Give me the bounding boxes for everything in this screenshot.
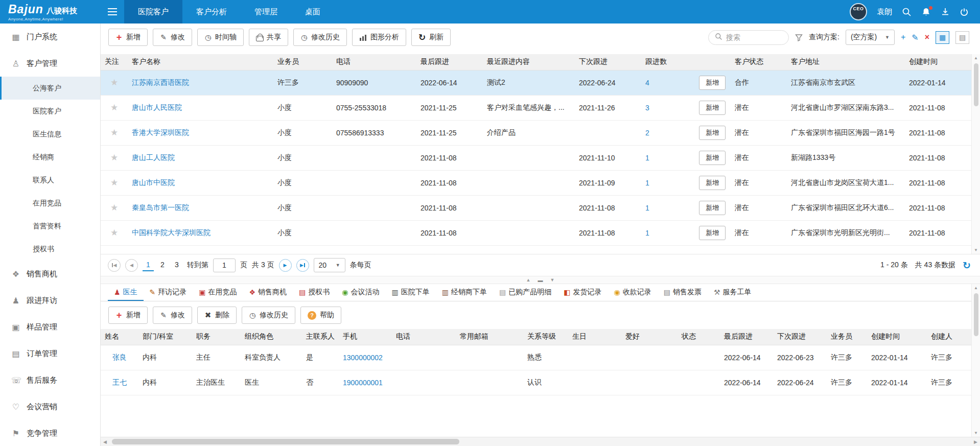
follow-count-link[interactable]: 1	[645, 179, 649, 187]
sidebar-item[interactable]: ❖ 销售商机	[0, 261, 100, 287]
detail-tab[interactable]: ◉ 会议活动	[336, 284, 385, 301]
customer-name-link[interactable]: 香港大学深圳医院	[132, 128, 189, 136]
table-row[interactable]: 张良 内科 主任 科室负责人 是 1300000002 熟悉 2022-06-1…	[101, 345, 971, 370]
column-header[interactable]: 关系等级	[523, 329, 568, 345]
column-header[interactable]: 常用邮箱	[456, 329, 523, 345]
follow-count-link[interactable]: 1	[645, 204, 649, 212]
customer-name-link[interactable]: 唐山工人医院	[132, 153, 175, 161]
detail-edit-button[interactable]: ✎ 修改	[153, 307, 192, 324]
star-icon[interactable]: ★	[110, 128, 118, 137]
table-row[interactable]: ★ 中国科学院大学深圳医院 小度 2021-11-08 2021-11-08 1…	[101, 220, 971, 245]
horizontal-scrollbar[interactable]: ◀ ▶	[101, 437, 980, 446]
avatar[interactable]: CEO	[850, 3, 867, 20]
column-header[interactable]: 主联系人	[302, 329, 339, 345]
sidebar-item[interactable]: ☏ 售后服务	[0, 367, 100, 393]
scroll-up-icon[interactable]: ▲	[974, 286, 978, 290]
column-header[interactable]: 职务	[192, 329, 241, 345]
sidebar-item[interactable]: ♙ 客户管理	[0, 50, 100, 77]
page-number[interactable]: 2	[157, 259, 168, 271]
column-header[interactable]: 电话	[332, 54, 416, 70]
scroll-down-icon[interactable]: ▼	[974, 431, 978, 435]
mobile-link[interactable]: 1900000001	[343, 379, 383, 387]
column-header[interactable]: 客户地址	[787, 54, 905, 70]
collapse-up-icon[interactable]: ▲	[526, 277, 531, 283]
search-icon[interactable]	[902, 7, 912, 17]
follow-count-link[interactable]: 3	[645, 104, 649, 112]
detail-tab[interactable]: ♟ 医生	[108, 284, 144, 301]
detail-tab[interactable]: ✎ 拜访记录	[144, 284, 193, 301]
top-nav-tab[interactable]: 桌面	[291, 0, 334, 24]
query-plan-select[interactable]: (空方案) ▼	[846, 30, 895, 45]
row-add-button[interactable]: 新增	[699, 176, 726, 190]
follow-count-link[interactable]: 2	[645, 129, 649, 137]
sidebar-item[interactable]: 医院客户	[0, 100, 100, 123]
panel-splitter[interactable]: ▲ ▬ ▼	[101, 276, 980, 284]
list-view-button[interactable]: ▤	[955, 31, 969, 44]
column-header[interactable]: 生日	[568, 329, 621, 345]
detail-tab[interactable]: ▤ 已购产品明细	[493, 284, 557, 301]
detail-tab[interactable]: ◉ 收款记录	[608, 284, 657, 301]
vertical-scrollbar-lower[interactable]: ▲ ▼	[971, 284, 980, 437]
add-plan-icon[interactable]: +	[901, 33, 905, 42]
sidebar-item[interactable]: 经销商	[0, 146, 100, 169]
customer-name-link[interactable]: 唐山市中医院	[132, 178, 175, 186]
hscroll-thumb[interactable]	[112, 439, 459, 444]
column-header[interactable]: 创建时间	[867, 329, 927, 345]
detail-tab[interactable]: ▥ 医院下单	[386, 284, 436, 301]
top-nav-tab[interactable]: 管理层	[241, 0, 291, 24]
column-header[interactable]: 客户名称	[128, 54, 273, 70]
edit-history-button[interactable]: ◷ 修改历史	[293, 29, 347, 46]
vertical-scrollbar-upper[interactable]: ▲ ▼	[971, 54, 980, 254]
sidebar-item[interactable]: ▦ 门户系统	[0, 24, 100, 50]
next-page-button[interactable]: ▶	[279, 259, 292, 272]
column-header[interactable]: 状态	[678, 329, 720, 345]
row-add-button[interactable]: 新增	[699, 101, 726, 115]
customer-name-link[interactable]: 江苏南京西语医院	[132, 78, 189, 86]
detail-tab[interactable]: ▥ 经销商下单	[436, 284, 493, 301]
notifications-bell-icon[interactable]	[921, 7, 931, 17]
column-header[interactable]: 电话	[392, 329, 456, 345]
detail-delete-button[interactable]: ✖ 删除	[197, 307, 237, 324]
column-header[interactable]: 客户状态	[731, 54, 787, 70]
edit-plan-icon[interactable]: ✎	[912, 33, 918, 42]
top-nav-tab[interactable]: 客户分析	[182, 0, 241, 24]
table-row[interactable]: ★ 唐山工人医院 小度 2021-11-08 2021-11-10 1 新增 潜…	[101, 145, 971, 170]
refresh-button[interactable]: ↻ 刷新	[411, 29, 451, 46]
sidebar-item[interactable]: 授权书	[0, 238, 100, 261]
column-header[interactable]: 创建时间	[905, 54, 971, 70]
column-header[interactable]: 业务员	[827, 329, 867, 345]
table-row[interactable]: ★ 唐山市人民医院 小度 0755-25533018 2021-11-25 客户…	[101, 95, 971, 120]
table-row[interactable]: ★ 秦皇岛市第一医院 小度 2021-11-08 2021-11-08 1 新增…	[101, 195, 971, 220]
download-icon[interactable]	[941, 7, 950, 16]
row-add-button[interactable]: 新增	[699, 201, 726, 215]
sidebar-item[interactable]: 在用竞品	[0, 192, 100, 215]
detail-tab[interactable]: ◧ 发货记录	[557, 284, 608, 301]
scroll-left-icon[interactable]: ◀	[103, 439, 107, 444]
column-header[interactable]: 关注	[101, 54, 128, 70]
page-number[interactable]: 3	[171, 259, 182, 271]
page-number[interactable]: 1	[143, 259, 154, 271]
sidebar-item[interactable]: ▤ 订单管理	[0, 340, 100, 367]
share-button[interactable]: 共享	[249, 29, 288, 46]
help-button[interactable]: ? 帮助	[300, 307, 341, 324]
star-icon[interactable]: ★	[110, 153, 118, 162]
row-add-button[interactable]: 新增	[699, 76, 726, 90]
detail-tab[interactable]: ▤ 授权书	[293, 284, 336, 301]
mobile-link[interactable]: 1300000002	[343, 354, 383, 362]
detail-history-button[interactable]: ◷ 修改历史	[242, 307, 295, 324]
table-row[interactable]: 王七 内科 主治医生 医生 否 1900000001 认识 2022-06-14	[101, 370, 971, 395]
column-header[interactable]: 跟进数	[641, 54, 695, 70]
row-add-button[interactable]: 新增	[699, 126, 726, 140]
sidebar-item[interactable]: 首营资料	[0, 215, 100, 238]
scroll-up-icon[interactable]: ▲	[974, 56, 978, 60]
search-input[interactable]	[726, 33, 782, 41]
detail-add-button[interactable]: + 新增	[108, 307, 148, 324]
chart-analysis-button[interactable]: 图形分析	[352, 29, 406, 46]
first-page-button[interactable]: ◀	[108, 259, 121, 272]
edit-button[interactable]: ✎ 修改	[153, 29, 192, 46]
doctor-name-link[interactable]: 张良	[112, 353, 127, 361]
grid-view-button[interactable]: ▦	[936, 31, 949, 44]
star-icon[interactable]: ★	[110, 103, 118, 112]
sidebar-item[interactable]: 医生信息	[0, 123, 100, 146]
scroll-down-icon[interactable]: ▼	[974, 248, 978, 252]
